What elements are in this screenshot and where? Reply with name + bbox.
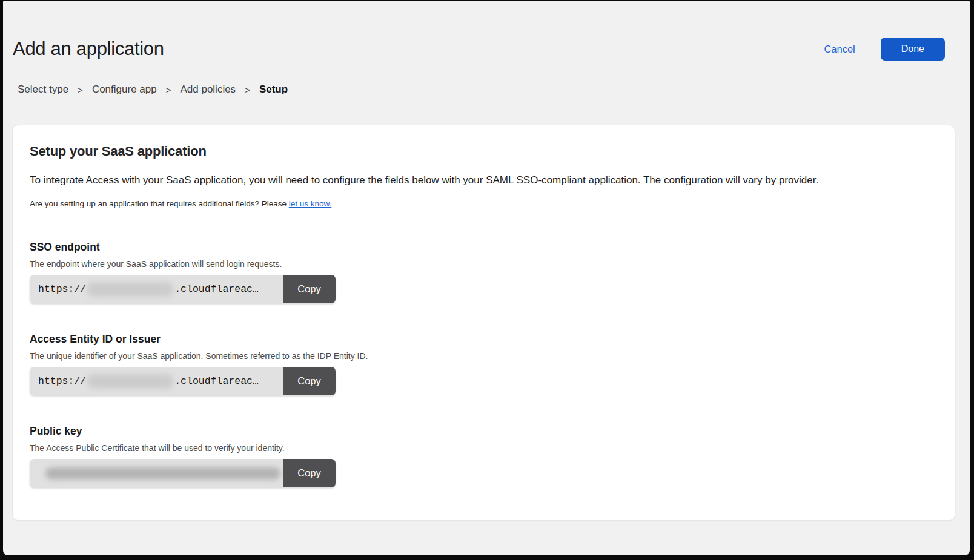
breadcrumb: Select type>Configure app>Add policies>S…	[18, 84, 955, 96]
breadcrumb-item[interactable]: Configure app	[92, 84, 157, 96]
redacted-value-blur	[87, 374, 173, 389]
cancel-button[interactable]: Cancel	[824, 44, 855, 55]
copy-button[interactable]: Copy	[283, 367, 336, 395]
field-description: The endpoint where your SaaS application…	[30, 259, 938, 269]
card-note-text: Are you setting up an application that r…	[30, 199, 938, 209]
setup-field: SSO endpoint The endpoint where your Saa…	[30, 240, 938, 303]
card-intro-text: To integrate Access with your SaaS appli…	[30, 174, 938, 187]
field-description: The unique identifier of your SaaS appli…	[30, 351, 938, 361]
field-value-prefix: https://	[38, 375, 86, 387]
let-us-know-link[interactable]: let us know.	[289, 199, 332, 208]
field-value-suffix: .cloudflareac…	[174, 375, 259, 387]
done-button[interactable]: Done	[881, 38, 945, 61]
field-value-row: https:// .cloudflareac… Copy	[30, 367, 336, 395]
setup-field: Public key The Access Public Certificate…	[30, 424, 938, 487]
field-value-row: Copy	[30, 459, 336, 487]
app-window: Add an application Cancel Done Select ty…	[3, 1, 970, 555]
copy-button[interactable]: Copy	[283, 275, 336, 303]
copy-button[interactable]: Copy	[283, 459, 336, 487]
breadcrumb-separator: >	[245, 85, 250, 95]
field-value-box	[30, 459, 283, 487]
page-title: Add an application	[13, 36, 164, 62]
field-value-row: https:// .cloudflareac… Copy	[30, 275, 336, 303]
redacted-value-blur	[87, 282, 173, 297]
field-value-prefix: https://	[38, 283, 86, 295]
field-value-box: https:// .cloudflareac…	[30, 367, 283, 395]
field-label: Public key	[30, 424, 938, 438]
redacted-value-blur	[45, 467, 280, 479]
field-label: SSO endpoint	[30, 240, 938, 254]
breadcrumb-separator: >	[166, 85, 171, 95]
setup-field: Access Entity ID or Issuer The unique id…	[30, 332, 938, 395]
page-header: Add an application Cancel Done	[12, 1, 955, 62]
field-value-box: https:// .cloudflareac…	[30, 275, 283, 303]
card-heading: Setup your SaaS application	[30, 143, 938, 159]
page-content: Add an application Cancel Done Select ty…	[3, 1, 970, 521]
header-actions: Cancel Done	[824, 38, 945, 61]
breadcrumb-item[interactable]: Setup	[259, 84, 288, 96]
breadcrumb-item[interactable]: Select type	[18, 84, 68, 96]
field-value-suffix: .cloudflareac…	[174, 283, 259, 295]
field-description: The Access Public Certificate that will …	[30, 443, 938, 453]
fields-list: SSO endpoint The endpoint where your Saa…	[30, 240, 938, 487]
setup-card: Setup your SaaS application To integrate…	[12, 125, 955, 521]
breadcrumb-item[interactable]: Add policies	[180, 84, 236, 96]
breadcrumb-separator: >	[78, 85, 83, 95]
note-text: Are you setting up an application that r…	[30, 199, 289, 208]
field-label: Access Entity ID or Issuer	[30, 332, 938, 346]
